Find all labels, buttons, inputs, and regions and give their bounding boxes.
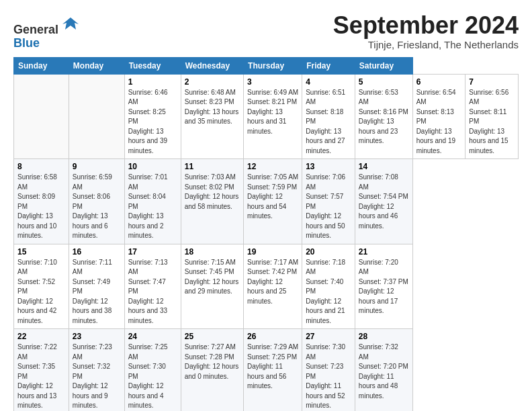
- calendar-cell: [69, 74, 124, 159]
- calendar-week-1: 1Sunrise: 6:46 AMSunset: 8:25 PMDaylight…: [14, 74, 519, 159]
- calendar-cell: 17Sunrise: 7:13 AMSunset: 7:47 PMDayligh…: [124, 244, 181, 329]
- day-number: 14: [359, 162, 409, 171]
- calendar-cell: 22Sunrise: 7:22 AMSunset: 7:35 PMDayligh…: [14, 329, 69, 411]
- day-number: 9: [73, 162, 121, 171]
- day-number: 19: [247, 247, 298, 257]
- day-info: Sunrise: 6:59 AMSunset: 8:06 PMDaylight:…: [73, 173, 112, 239]
- calendar-cell: 19Sunrise: 7:17 AMSunset: 7:42 PMDayligh…: [244, 244, 302, 329]
- day-info: Sunrise: 6:46 AMSunset: 8:25 PMDaylight:…: [128, 89, 168, 154]
- calendar-cell: 11Sunrise: 7:03 AMSunset: 8:02 PMDayligh…: [181, 159, 243, 244]
- weekday-header-sunday: Sunday: [14, 57, 69, 74]
- day-info: Sunrise: 7:23 AMSunset: 7:32 PMDaylight:…: [73, 343, 112, 409]
- page: General Blue September 2024 Tijnje, Frie…: [0, 0, 532, 411]
- calendar-cell: 25Sunrise: 7:27 AMSunset: 7:28 PMDayligh…: [181, 329, 243, 411]
- calendar-cell: 23Sunrise: 7:23 AMSunset: 7:32 PMDayligh…: [69, 329, 124, 411]
- day-number: 24: [128, 332, 177, 341]
- weekday-header-friday: Friday: [302, 57, 355, 74]
- day-number: 10: [128, 162, 177, 171]
- calendar-cell: 24Sunrise: 7:25 AMSunset: 7:30 PMDayligh…: [124, 329, 181, 411]
- calendar-cell: 9Sunrise: 6:59 AMSunset: 8:06 PMDaylight…: [69, 159, 124, 244]
- calendar-cell: 26Sunrise: 7:29 AMSunset: 7:25 PMDayligh…: [244, 329, 302, 411]
- calendar-cell: 1Sunrise: 6:46 AMSunset: 8:25 PMDaylight…: [124, 74, 181, 159]
- day-info: Sunrise: 7:13 AMSunset: 7:47 PMDaylight:…: [128, 259, 168, 324]
- calendar-cell: 4Sunrise: 6:51 AMSunset: 8:18 PMDaylight…: [302, 74, 355, 159]
- day-info: Sunrise: 7:15 AMSunset: 7:45 PMDaylight:…: [185, 259, 239, 295]
- day-number: 3: [247, 77, 298, 87]
- calendar-cell: 7Sunrise: 6:56 AMSunset: 8:11 PMDaylight…: [466, 74, 519, 159]
- calendar-cell: 20Sunrise: 7:18 AMSunset: 7:40 PMDayligh…: [302, 244, 355, 329]
- calendar-cell: 8Sunrise: 6:58 AMSunset: 8:09 PMDaylight…: [14, 159, 69, 244]
- day-info: Sunrise: 6:51 AMSunset: 8:18 PMDaylight:…: [306, 89, 345, 154]
- day-number: 21: [359, 247, 409, 257]
- day-number: 5: [359, 77, 409, 87]
- day-info: Sunrise: 6:56 AMSunset: 8:11 PMDaylight:…: [469, 89, 508, 154]
- calendar: SundayMondayTuesdayWednesdayThursdayFrid…: [13, 57, 519, 411]
- day-number: 28: [359, 332, 409, 341]
- day-info: Sunrise: 6:58 AMSunset: 8:09 PMDaylight:…: [17, 173, 57, 239]
- day-info: Sunrise: 7:22 AMSunset: 7:35 PMDaylight:…: [17, 343, 57, 409]
- day-number: 25: [185, 332, 240, 341]
- day-number: 23: [73, 332, 121, 341]
- day-info: Sunrise: 7:27 AMSunset: 7:28 PMDaylight:…: [185, 343, 239, 380]
- day-info: Sunrise: 7:18 AMSunset: 7:40 PMDaylight:…: [306, 259, 345, 324]
- calendar-cell: 16Sunrise: 7:11 AMSunset: 7:49 PMDayligh…: [69, 244, 124, 329]
- day-number: 11: [185, 162, 240, 171]
- logo: General Blue: [13, 15, 80, 50]
- day-info: Sunrise: 7:10 AMSunset: 7:52 PMDaylight:…: [17, 259, 57, 324]
- day-number: 12: [247, 162, 298, 171]
- day-info: Sunrise: 7:30 AMSunset: 7:23 PMDaylight:…: [306, 343, 345, 409]
- day-number: 15: [17, 247, 65, 257]
- calendar-cell: 3Sunrise: 6:49 AMSunset: 8:21 PMDaylight…: [244, 74, 302, 159]
- day-number: 8: [17, 162, 65, 171]
- day-number: 1: [128, 77, 177, 87]
- weekday-header-saturday: Saturday: [355, 57, 412, 74]
- logo-blue: Blue: [13, 36, 40, 50]
- day-info: Sunrise: 6:53 AMSunset: 8:16 PMDaylight:…: [359, 89, 408, 145]
- day-info: Sunrise: 7:32 AMSunset: 7:20 PMDaylight:…: [359, 343, 408, 400]
- calendar-cell: 2Sunrise: 6:48 AMSunset: 8:23 PMDaylight…: [181, 74, 243, 159]
- day-number: 17: [128, 247, 177, 257]
- day-info: Sunrise: 6:54 AMSunset: 8:13 PMDaylight:…: [416, 89, 456, 154]
- weekday-header-wednesday: Wednesday: [181, 57, 243, 74]
- weekday-header-tuesday: Tuesday: [124, 57, 181, 74]
- day-number: 13: [306, 162, 351, 171]
- day-number: 22: [17, 332, 65, 341]
- day-number: 20: [306, 247, 351, 257]
- calendar-cell: 21Sunrise: 7:20 AMSunset: 7:37 PMDayligh…: [355, 244, 412, 329]
- header: General Blue September 2024 Tijnje, Frie…: [13, 12, 519, 50]
- title-block: September 2024 Tijnje, Friesland, The Ne…: [333, 12, 519, 50]
- day-info: Sunrise: 7:06 AMSunset: 7:57 PMDaylight:…: [306, 173, 345, 239]
- day-info: Sunrise: 7:05 AMSunset: 7:59 PMDaylight:…: [247, 173, 298, 220]
- svg-marker-0: [62, 17, 79, 30]
- day-info: Sunrise: 7:17 AMSunset: 7:42 PMDaylight:…: [247, 259, 298, 305]
- day-number: 27: [306, 332, 351, 341]
- calendar-cell: 5Sunrise: 6:53 AMSunset: 8:16 PMDaylight…: [355, 74, 412, 159]
- weekday-header-thursday: Thursday: [244, 57, 302, 74]
- day-info: Sunrise: 7:08 AMSunset: 7:54 PMDaylight:…: [359, 173, 408, 230]
- day-info: Sunrise: 7:25 AMSunset: 7:30 PMDaylight:…: [128, 343, 168, 409]
- calendar-cell: 13Sunrise: 7:06 AMSunset: 7:57 PMDayligh…: [302, 159, 355, 244]
- day-info: Sunrise: 7:29 AMSunset: 7:25 PMDaylight:…: [247, 343, 298, 390]
- day-number: 6: [416, 77, 462, 87]
- weekday-header-monday: Monday: [69, 57, 124, 74]
- calendar-cell: 28Sunrise: 7:32 AMSunset: 7:20 PMDayligh…: [355, 329, 412, 411]
- calendar-cell: 10Sunrise: 7:01 AMSunset: 8:04 PMDayligh…: [124, 159, 181, 244]
- day-number: 26: [247, 332, 298, 341]
- day-number: 4: [306, 77, 351, 87]
- day-info: Sunrise: 7:03 AMSunset: 8:02 PMDaylight:…: [185, 173, 239, 210]
- calendar-cell: [14, 74, 69, 159]
- calendar-cell: 27Sunrise: 7:30 AMSunset: 7:23 PMDayligh…: [302, 329, 355, 411]
- location-subtitle: Tijnje, Friesland, The Netherlands: [333, 39, 519, 50]
- logo-general: General: [13, 23, 58, 36]
- calendar-week-4: 22Sunrise: 7:22 AMSunset: 7:35 PMDayligh…: [14, 329, 519, 411]
- month-title: September 2024: [333, 12, 519, 39]
- calendar-header-row: SundayMondayTuesdayWednesdayThursdayFrid…: [14, 57, 519, 74]
- day-info: Sunrise: 7:20 AMSunset: 7:37 PMDaylight:…: [359, 259, 408, 315]
- day-number: 2: [185, 77, 240, 87]
- calendar-cell: 15Sunrise: 7:10 AMSunset: 7:52 PMDayligh…: [14, 244, 69, 329]
- calendar-cell: 12Sunrise: 7:05 AMSunset: 7:59 PMDayligh…: [244, 159, 302, 244]
- day-info: Sunrise: 6:48 AMSunset: 8:23 PMDaylight:…: [185, 89, 239, 126]
- calendar-week-2: 8Sunrise: 6:58 AMSunset: 8:09 PMDaylight…: [14, 159, 519, 244]
- logo-bird-icon: [61, 15, 80, 34]
- calendar-cell: 6Sunrise: 6:54 AMSunset: 8:13 PMDaylight…: [412, 74, 466, 159]
